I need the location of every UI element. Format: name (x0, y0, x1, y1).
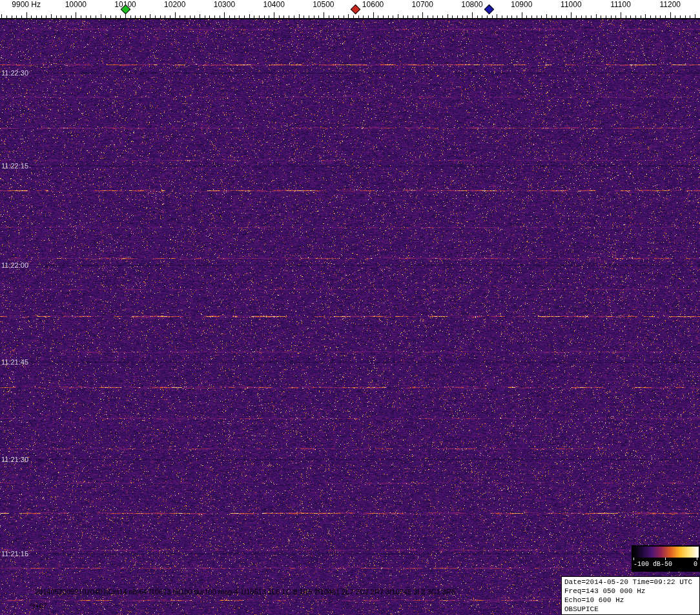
freq-label-10000: 10000 (65, 1, 87, 9)
freq-label-11100: 11100 (610, 1, 631, 9)
colorbar-tick-mid (665, 558, 666, 560)
colorbar-tick-max (697, 558, 697, 560)
frequency-scale-canvas (0, 0, 700, 19)
time-label: 11:21:15 (1, 550, 28, 558)
time-label: 11:22:30 (1, 69, 28, 77)
info-station: OBSUPICE (564, 605, 697, 614)
detection-stats-text: 20140520092107040 hCnt14 nb-64 f10613 hi… (35, 588, 455, 596)
colorbar-gradient (633, 547, 699, 558)
freq-label-11200: 11200 (660, 1, 681, 9)
waterfall-display[interactable] (0, 19, 700, 615)
colorbar-label-min: -100 dB (633, 561, 661, 568)
spectrogram-app: 9900 Hz100001010010200103001040010500106… (0, 0, 700, 615)
colorbar-tick-min (633, 558, 634, 560)
info-echo: Echo=10 600 Hz (564, 596, 697, 605)
freq-label-10300: 10300 (214, 1, 235, 9)
info-box: Date=2014-05-20 Time=09:22 UTC Freq=143 … (561, 576, 700, 615)
freq-label-10600: 10600 (362, 1, 384, 9)
freq-label-10700: 10700 (412, 1, 433, 9)
time-label: 11:22:15 (1, 162, 28, 170)
freq-label-10900: 10900 (511, 1, 532, 9)
freq-label-11000: 11000 (561, 1, 581, 9)
freq-label-10500: 10500 (313, 1, 334, 9)
freq-label-9900: 9900 Hz (12, 1, 41, 9)
colorbar-label-max: 0 (694, 561, 697, 568)
info-frequency: Freq=143 050 000 Hz (564, 587, 697, 596)
trigger-indicator-text: ^t+07 (30, 602, 47, 610)
intensity-colorbar: -100 dB -50 0 (632, 545, 700, 572)
frequency-ruler: 9900 Hz100001010010200103001040010500106… (0, 0, 700, 19)
colorbar-label-mid: -50 (661, 561, 672, 568)
freq-label-10400: 10400 (263, 1, 284, 9)
freq-label-10200: 10200 (164, 1, 185, 9)
info-date-time: Date=2014-05-20 Time=09:22 UTC (564, 578, 697, 587)
time-label: 11:21:30 (1, 456, 28, 463)
time-label: 11:22:00 (1, 261, 28, 269)
time-label: 11:21:45 (1, 358, 28, 366)
freq-label-10800: 10800 (461, 1, 482, 9)
